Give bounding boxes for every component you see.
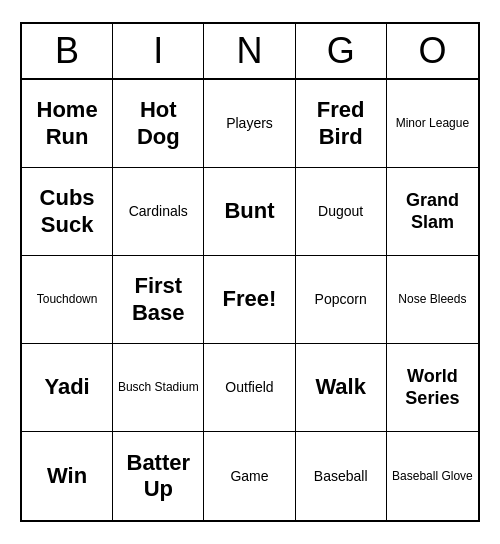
bingo-letter-o: O	[387, 24, 478, 78]
bingo-cell-0: Home Run	[22, 80, 113, 168]
bingo-cell-1: Hot Dog	[113, 80, 204, 168]
cell-text-11: First Base	[117, 273, 199, 326]
cell-text-17: Outfield	[225, 379, 273, 396]
bingo-cell-3: Fred Bird	[296, 80, 387, 168]
cell-text-12: Free!	[223, 286, 277, 312]
bingo-grid: Home RunHot DogPlayersFred BirdMinor Lea…	[22, 80, 478, 520]
bingo-cell-14: Nose Bleeds	[387, 256, 478, 344]
bingo-cell-17: Outfield	[204, 344, 295, 432]
cell-text-3: Fred Bird	[300, 97, 382, 150]
cell-text-9: Grand Slam	[391, 190, 474, 233]
cell-text-21: Batter Up	[117, 450, 199, 503]
cell-text-14: Nose Bleeds	[398, 292, 466, 306]
bingo-cell-2: Players	[204, 80, 295, 168]
cell-text-6: Cardinals	[129, 203, 188, 220]
bingo-cell-22: Game	[204, 432, 295, 520]
bingo-cell-8: Dugout	[296, 168, 387, 256]
bingo-letter-i: I	[113, 24, 204, 78]
cell-text-13: Popcorn	[315, 291, 367, 308]
bingo-cell-15: Yadi	[22, 344, 113, 432]
bingo-cell-20: Win	[22, 432, 113, 520]
cell-text-24: Baseball Glove	[392, 469, 473, 483]
cell-text-8: Dugout	[318, 203, 363, 220]
bingo-letter-n: N	[204, 24, 295, 78]
cell-text-1: Hot Dog	[117, 97, 199, 150]
cell-text-19: World Series	[391, 366, 474, 409]
bingo-cell-9: Grand Slam	[387, 168, 478, 256]
bingo-cell-10: Touchdown	[22, 256, 113, 344]
cell-text-7: Bunt	[224, 198, 274, 224]
bingo-cell-16: Busch Stadium	[113, 344, 204, 432]
bingo-cell-4: Minor League	[387, 80, 478, 168]
cell-text-0: Home Run	[26, 97, 108, 150]
bingo-cell-19: World Series	[387, 344, 478, 432]
bingo-cell-23: Baseball	[296, 432, 387, 520]
cell-text-18: Walk	[315, 374, 366, 400]
cell-text-15: Yadi	[44, 374, 89, 400]
cell-text-16: Busch Stadium	[118, 380, 199, 394]
cell-text-4: Minor League	[396, 116, 469, 130]
cell-text-2: Players	[226, 115, 273, 132]
bingo-header: BINGO	[22, 24, 478, 80]
bingo-cell-12: Free!	[204, 256, 295, 344]
bingo-letter-b: B	[22, 24, 113, 78]
bingo-cell-21: Batter Up	[113, 432, 204, 520]
bingo-cell-6: Cardinals	[113, 168, 204, 256]
cell-text-23: Baseball	[314, 468, 368, 485]
bingo-cell-18: Walk	[296, 344, 387, 432]
bingo-card: BINGO Home RunHot DogPlayersFred BirdMin…	[20, 22, 480, 522]
bingo-cell-24: Baseball Glove	[387, 432, 478, 520]
bingo-letter-g: G	[296, 24, 387, 78]
bingo-cell-11: First Base	[113, 256, 204, 344]
cell-text-22: Game	[230, 468, 268, 485]
bingo-cell-5: Cubs Suck	[22, 168, 113, 256]
bingo-cell-7: Bunt	[204, 168, 295, 256]
cell-text-20: Win	[47, 463, 87, 489]
cell-text-10: Touchdown	[37, 292, 98, 306]
bingo-cell-13: Popcorn	[296, 256, 387, 344]
cell-text-5: Cubs Suck	[26, 185, 108, 238]
